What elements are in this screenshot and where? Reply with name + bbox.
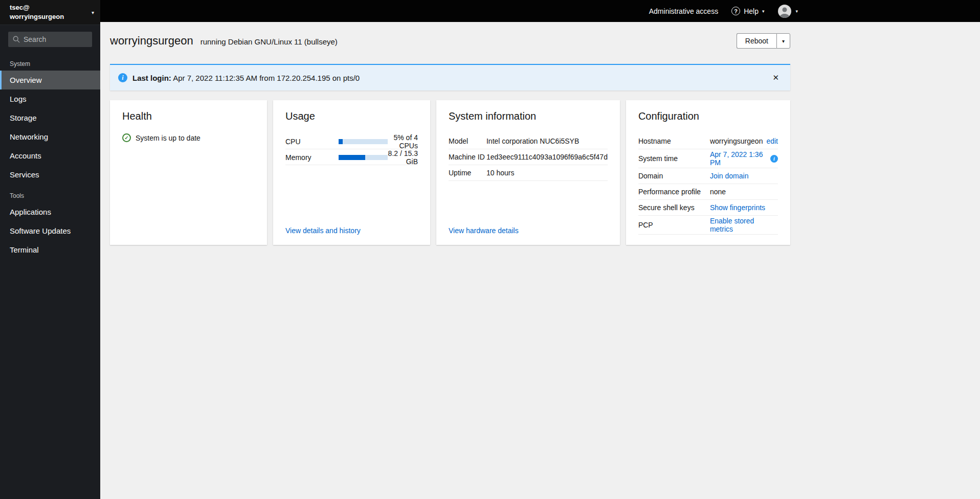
- health-card: Health ✓ System is up to date: [110, 100, 267, 245]
- reboot-dropdown-toggle[interactable]: ▾: [776, 33, 790, 49]
- health-status-text: System is up to date: [136, 134, 201, 142]
- info-icon: i: [770, 155, 778, 163]
- reboot-button[interactable]: Reboot: [737, 33, 776, 49]
- overview-cards: Health ✓ System is up to date Usage CPU: [110, 100, 790, 245]
- uptime-value: 10 hours: [486, 169, 608, 177]
- alert-text: Last login: Apr 7, 2022 11:12:35 AM from…: [132, 74, 360, 82]
- system-info-card-body: Model Intel corporation NUC6i5SYB Machin…: [449, 133, 608, 226]
- avatar: [777, 4, 792, 18]
- usage-card-title: Usage: [285, 110, 418, 122]
- cpu-label: CPU: [285, 138, 339, 146]
- sidebar-item-applications[interactable]: Applications: [0, 202, 100, 221]
- configuration-card: Configuration Hostname worryingsurgeon e…: [626, 100, 790, 245]
- help-label: Help: [744, 7, 759, 15]
- chevron-down-icon: ▾: [92, 10, 94, 15]
- help-menu[interactable]: ? Help ▾: [731, 7, 764, 15]
- machine-id-value: 1ed3eec9111c4093a1096f69a6c5f47d: [486, 153, 608, 161]
- alert-title: Last login:: [132, 74, 171, 82]
- overview-page: worryingsurgeon running Debian GNU/Linux…: [100, 22, 980, 245]
- last-login-alert: i Last login: Apr 7, 2022 11:12:35 AM fr…: [110, 64, 790, 90]
- secure-shell-keys-row: Secure shell keys Show fingerprints: [638, 200, 778, 216]
- performance-profile-label: Performance profile: [638, 188, 710, 196]
- system-time-label: System time: [638, 154, 710, 163]
- domain-label: Domain: [638, 172, 710, 180]
- host-switcher-label: tsec@ worryingsurgeon: [10, 3, 64, 21]
- info-icon: i: [118, 73, 127, 82]
- performance-profile-row: Performance profile none: [638, 184, 778, 200]
- memory-label: Memory: [285, 153, 339, 162]
- uptime-row: Uptime 10 hours: [449, 165, 608, 181]
- health-card-body: ✓ System is up to date: [122, 133, 255, 235]
- health-card-title: Health: [122, 110, 255, 122]
- cpu-usage-row: CPU 5% of 4 CPUs: [285, 133, 418, 149]
- nav-section-system-label: System: [0, 55, 100, 71]
- session-menu[interactable]: ▾: [777, 4, 798, 18]
- machine-id-label: Machine ID: [449, 153, 486, 161]
- logged-in-user: tsec@: [10, 3, 64, 12]
- system-information-card: System information Model Intel corporati…: [436, 100, 620, 245]
- search-input[interactable]: [8, 32, 92, 47]
- nav-section-tools-label: Tools: [0, 187, 100, 202]
- page-header: worryingsurgeon running Debian GNU/Linux…: [110, 33, 790, 49]
- hostname-value: worryingsurgeon: [710, 137, 763, 145]
- sidebar-item-software-updates[interactable]: Software Updates: [0, 221, 100, 240]
- sidebar-item-overview[interactable]: Overview: [0, 71, 100, 89]
- join-domain-link[interactable]: Join domain: [710, 172, 749, 180]
- system-info-card-title: System information: [449, 110, 608, 122]
- page-title: worryingsurgeon: [110, 34, 193, 48]
- show-fingerprints-link[interactable]: Show fingerprints: [710, 203, 765, 212]
- memory-progress-bar: [339, 155, 388, 160]
- usage-card-body: CPU 5% of 4 CPUs Memory 8.2 / 15.3 GiB: [285, 133, 418, 226]
- os-release-text: running Debian GNU/Linux 11 (bullseye): [201, 37, 338, 46]
- title-group: worryingsurgeon running Debian GNU/Linux…: [110, 34, 338, 48]
- machine-id-row: Machine ID 1ed3eec9111c4093a1096f69a6c5f…: [449, 149, 608, 165]
- sidebar-item-terminal[interactable]: Terminal: [0, 240, 100, 259]
- model-value: Intel corporation NUC6i5SYB: [486, 137, 608, 145]
- health-status-row: ✓ System is up to date: [122, 133, 255, 142]
- sidebar-nav: System Overview Logs Storage Networking …: [0, 52, 100, 259]
- memory-usage-row: Memory 8.2 / 15.3 GiB: [285, 149, 418, 165]
- pcp-label: PCP: [638, 221, 710, 229]
- host-switcher[interactable]: tsec@ worryingsurgeon ▾: [0, 0, 100, 25]
- sidebar-item-storage[interactable]: Storage: [0, 108, 100, 127]
- main-column: Administrative access ? Help ▾ ▾: [100, 0, 980, 499]
- uptime-label: Uptime: [449, 169, 486, 177]
- domain-row: Domain Join domain: [638, 168, 778, 184]
- system-time-link[interactable]: Apr 7, 2022 1:36 PM: [710, 150, 767, 167]
- sidebar-item-services[interactable]: Services: [0, 165, 100, 184]
- configuration-card-body: Hostname worryingsurgeon edit System tim…: [638, 133, 778, 235]
- model-label: Model: [449, 137, 486, 145]
- reboot-split-button: Reboot ▾: [737, 33, 790, 49]
- logged-in-host: worryingsurgeon: [10, 12, 64, 21]
- secure-shell-keys-label: Secure shell keys: [638, 203, 710, 212]
- chevron-down-icon: ▾: [762, 9, 765, 14]
- app-shell: tsec@ worryingsurgeon ▾ System Overview …: [0, 0, 980, 499]
- pcp-row: PCP Enable stored metrics: [638, 216, 778, 235]
- edit-hostname-link[interactable]: edit: [766, 137, 778, 145]
- masthead: Administrative access ? Help ▾ ▾: [100, 0, 980, 22]
- view-hardware-details-link[interactable]: View hardware details: [449, 226, 608, 235]
- search-icon: [13, 36, 20, 43]
- cpu-progress-bar: [339, 139, 388, 144]
- configuration-card-title: Configuration: [638, 110, 778, 122]
- view-details-history-link[interactable]: View details and history: [285, 226, 418, 235]
- chevron-down-icon: ▾: [782, 38, 785, 44]
- sidebar-item-logs[interactable]: Logs: [0, 89, 100, 108]
- search-box: [8, 32, 92, 47]
- usage-card: Usage CPU 5% of 4 CPUs Memory: [273, 100, 430, 245]
- hostname-row: Hostname worryingsurgeon edit: [638, 133, 778, 149]
- check-circle-icon: ✓: [122, 133, 131, 142]
- sidebar-item-accounts[interactable]: Accounts: [0, 146, 100, 165]
- memory-usage-value: 8.2 / 15.3 GiB: [388, 149, 418, 166]
- sidebar-item-networking[interactable]: Networking: [0, 127, 100, 146]
- chevron-down-icon: ▾: [795, 9, 798, 14]
- model-row: Model Intel corporation NUC6i5SYB: [449, 133, 608, 149]
- close-icon[interactable]: ✕: [769, 72, 782, 83]
- system-time-row: System time Apr 7, 2022 1:36 PM i: [638, 149, 778, 168]
- performance-profile-value: none: [710, 188, 726, 196]
- question-circle-icon: ?: [731, 7, 740, 15]
- cpu-usage-value: 5% of 4 CPUs: [388, 133, 418, 150]
- sidebar: tsec@ worryingsurgeon ▾ System Overview …: [0, 0, 100, 499]
- enable-stored-metrics-link[interactable]: Enable stored metrics: [710, 217, 778, 233]
- administrative-access-button[interactable]: Administrative access: [649, 7, 718, 15]
